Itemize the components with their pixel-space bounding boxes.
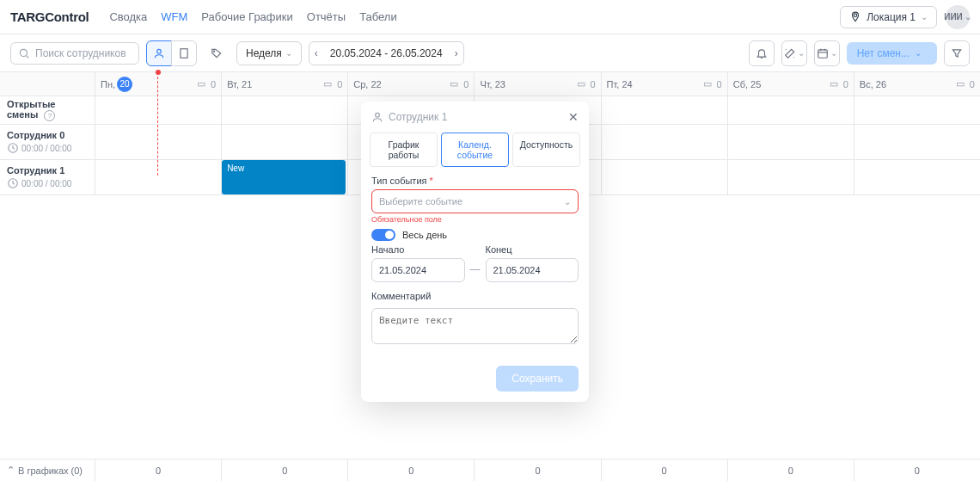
schedule-cell[interactable] — [854, 160, 980, 194]
day-header-fri[interactable]: Пт, 24▭0 — [601, 72, 727, 96]
clock-icon — [7, 142, 19, 154]
folder-icon: ▭ — [703, 78, 712, 89]
employee-time: 00:00 / 00:00 — [21, 179, 71, 188]
event-modal: Сотрудник 1 ✕ График работы Календ. собы… — [361, 102, 589, 402]
tab-availability[interactable]: Доступность — [512, 133, 580, 167]
chevron-down-icon: ⌄ — [830, 48, 837, 58]
employee-label[interactable]: Сотрудник 0 00:00 / 00:00 — [0, 125, 95, 159]
user-avatar[interactable]: ИИИ ⌄ — [946, 5, 970, 29]
modal-tabs: График работы Календ. событие Доступност… — [361, 133, 589, 167]
event-type-label: Тип события * — [371, 176, 579, 186]
date-range-label: 20.05.2024 - 26.05.2024 — [323, 42, 450, 65]
schedule-cell[interactable] — [854, 125, 980, 159]
day-label: Сб, 25 — [733, 79, 762, 89]
svg-line-2 — [26, 55, 28, 58]
end-label: Конец — [486, 244, 579, 255]
event-type-select[interactable]: Выберите событие ⌄ — [371, 189, 579, 213]
save-button[interactable]: Сохранить — [496, 366, 579, 392]
schedule-cell[interactable] — [221, 125, 347, 159]
tag-filter-button[interactable] — [204, 40, 230, 66]
location-label: Локация 1 — [867, 11, 916, 23]
location-selector[interactable]: Локация 1 ⌄ — [840, 6, 937, 28]
day-label: Пт, 24 — [607, 79, 633, 89]
today-badge: 20 — [117, 77, 132, 92]
day-count: 0 — [970, 79, 975, 89]
day-count: 0 — [463, 79, 469, 89]
toolbar: Поиск сотрудников Неделя ⌄ ‹ 20.05.2024 … — [0, 34, 980, 72]
employee-name: Сотрудник 1 — [7, 165, 88, 176]
filter-icon — [951, 47, 963, 59]
next-week-button[interactable]: › — [450, 42, 463, 65]
footer-label-text: В графиках (0) — [18, 466, 83, 476]
footer-toggle[interactable]: ⌃ В графиках (0) — [0, 459, 95, 481]
svg-point-0 — [854, 13, 857, 15]
view-group-toggle — [146, 40, 197, 66]
day-header-sun[interactable]: Вс, 26▭0 — [854, 72, 980, 96]
day-header-sat[interactable]: Сб, 25▭0 — [727, 72, 854, 96]
footer-count: 0 — [727, 459, 854, 481]
search-icon — [18, 47, 30, 59]
nav-wfm[interactable]: WFM — [161, 7, 187, 27]
clock-icon — [7, 177, 19, 189]
day-label: Вс, 26 — [860, 79, 886, 89]
chevron-up-icon: ⌃ — [7, 465, 15, 476]
help-icon[interactable]: ? — [44, 110, 55, 121]
all-day-toggle[interactable] — [371, 229, 395, 241]
nav-timesheets[interactable]: Табели — [359, 7, 397, 27]
end-date-input[interactable] — [486, 258, 579, 282]
day-count: 0 — [717, 79, 722, 89]
filter-button[interactable] — [944, 40, 970, 66]
nav-summary[interactable]: Сводка — [109, 7, 147, 27]
date-separator: — — [470, 263, 481, 282]
no-shifts-button[interactable]: Нет смен... ⌄ — [847, 42, 937, 65]
svg-rect-8 — [818, 49, 827, 57]
day-count: 0 — [337, 79, 342, 89]
svg-point-7 — [214, 51, 215, 52]
person-icon — [153, 47, 165, 59]
start-date-input[interactable] — [371, 258, 465, 282]
view-by-location-button[interactable] — [171, 40, 197, 66]
employee-label[interactable]: Сотрудник 1 00:00 / 00:00 — [0, 160, 95, 194]
view-by-employee-button[interactable] — [146, 40, 172, 66]
no-shifts-label: Нет смен... — [857, 47, 910, 59]
footer-count: 0 — [221, 459, 347, 481]
event-type-placeholder: Выберите событие — [379, 196, 462, 207]
footer-count: 0 — [95, 459, 221, 481]
schedule-cell[interactable] — [727, 125, 854, 159]
day-label: Вт, 21 — [227, 79, 252, 89]
employee-time: 00:00 / 00:00 — [21, 144, 71, 153]
day-header-thu[interactable]: Чт, 23▭0 — [474, 72, 600, 96]
avatar-initials: ИИИ — [944, 12, 963, 22]
close-button[interactable]: ✕ — [568, 110, 579, 124]
day-label: Пн, — [101, 79, 115, 89]
search-input[interactable]: Поиск сотрудников — [10, 42, 139, 65]
comment-textarea[interactable] — [371, 308, 579, 344]
notifications-button[interactable] — [749, 40, 775, 66]
day-header-tue[interactable]: Вт, 21▭0 — [221, 72, 347, 96]
day-count: 0 — [211, 79, 216, 89]
current-time-indicator — [157, 72, 158, 176]
tab-calendar-event[interactable]: Календ. событие — [441, 133, 509, 167]
shift-label: New — [227, 163, 244, 173]
schedule-cell[interactable]: New — [221, 160, 347, 194]
prev-week-button[interactable]: ‹ — [309, 42, 323, 65]
employee-name: Сотрудник 0 — [7, 130, 88, 140]
day-label: Ср, 22 — [353, 79, 381, 89]
nav-schedules[interactable]: Рабочие Графики — [201, 7, 292, 27]
footer-count: 0 — [601, 459, 727, 481]
schedule-cell[interactable] — [727, 160, 854, 194]
tab-work-schedule[interactable]: График работы — [370, 133, 438, 167]
comment-label: Комментарий — [371, 291, 579, 301]
chevron-down-icon: ⌄ — [965, 12, 971, 22]
calendar-options-button[interactable]: ⌄ — [814, 40, 840, 66]
magic-actions-button[interactable]: ⌄ — [781, 40, 807, 66]
shift-block[interactable]: New — [222, 160, 346, 194]
app-logo: TARGControl — [10, 9, 89, 24]
chevron-down-icon: ⌄ — [798, 48, 805, 58]
nav-reports[interactable]: Отчёты — [307, 7, 346, 27]
period-selector[interactable]: Неделя ⌄ — [236, 41, 302, 65]
day-header-wed[interactable]: Ср, 22▭0 — [347, 72, 474, 96]
schedule-cell[interactable] — [601, 125, 727, 159]
footer-count: 0 — [347, 459, 474, 481]
schedule-cell[interactable] — [601, 160, 727, 194]
